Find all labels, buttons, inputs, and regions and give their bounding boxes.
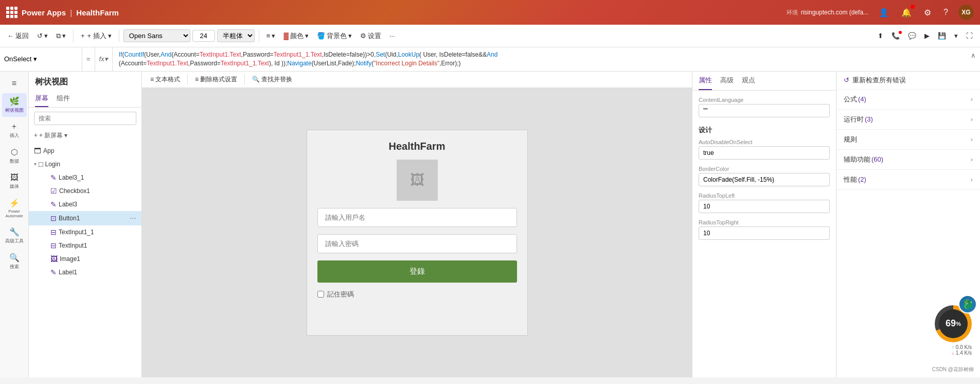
right-panel-accessibility[interactable]: 辅助功能 (60) ›: [836, 150, 980, 170]
env-name: risinguptech.com (defa...: [801, 9, 868, 16]
tree-tab-component[interactable]: 组件: [57, 91, 70, 107]
align-button[interactable]: ≡ ▾: [263, 30, 279, 42]
tree-item-textinput1[interactable]: ⊟ TextInput1: [29, 239, 141, 252]
tree-item-textinput1_1[interactable]: ⊟ TextInput1_1: [29, 225, 141, 239]
canvas-area: ≡ 文本格式 ≡ 删除格式设置 🔍 查找并替换 HealthFarm 🖼: [142, 72, 692, 377]
tree-item-login[interactable]: ▾ □ Login: [29, 158, 141, 171]
clear-format-btn[interactable]: ≡ 删除格式设置: [191, 74, 241, 85]
tree-item-label1[interactable]: ✎ Label1: [29, 266, 141, 279]
font-size-input[interactable]: [192, 30, 215, 42]
sidebar-item-insert[interactable]: + 插入: [2, 119, 27, 142]
data-icon: ⬡: [11, 147, 18, 157]
radius-topleft-input[interactable]: [699, 200, 830, 213]
project-name: HealthFarm: [76, 8, 119, 17]
format-tab-properties[interactable]: 属性: [699, 72, 712, 90]
fullscreen-button[interactable]: ⛶: [963, 30, 976, 42]
color-button[interactable]: ▓ 颜色 ▾: [280, 29, 311, 43]
right-panel-formula[interactable]: 公式 (4) ›: [836, 90, 980, 110]
share-button[interactable]: ⬆: [875, 30, 886, 42]
format-tab-advanced[interactable]: 高级: [720, 72, 734, 90]
more-button[interactable]: ···: [386, 30, 398, 42]
csdn-watermark: CSDN @花辞树柳: [836, 364, 980, 377]
image1-icon: 🖼: [50, 255, 58, 263]
recheck-label: 重新检查所有错误: [852, 76, 906, 85]
divider-tf-2: [244, 74, 245, 84]
content-language-input[interactable]: [699, 104, 830, 117]
recheck-header[interactable]: ↺ 重新检查所有错误: [836, 72, 980, 90]
sidebar-item-advanced[interactable]: 🔧 高级工具: [2, 224, 27, 248]
tree-search-input[interactable]: [34, 112, 136, 125]
sidebar-item-data[interactable]: ⬡ 数据: [2, 144, 27, 168]
font-style-selector[interactable]: 半粗体: [217, 29, 255, 42]
rules-label: 规则: [844, 135, 857, 144]
tree-item-checkbox1[interactable]: ☑ Checkbox1: [29, 184, 141, 198]
formula-collapse-btn[interactable]: ∧: [967, 47, 980, 71]
border-color-input[interactable]: [699, 173, 830, 186]
tree-tab-screen[interactable]: 屏幕: [35, 91, 48, 107]
tree-item-label3_1[interactable]: ✎ Label3_1: [29, 171, 141, 184]
tree-item-image1[interactable]: 🖼 Image1: [29, 252, 141, 266]
label3-icon: ✎: [50, 200, 57, 208]
rules-chevron: ›: [971, 135, 973, 143]
password-input[interactable]: [317, 234, 517, 253]
radius-topright-input[interactable]: [699, 226, 830, 240]
tree-item-app[interactable]: 🗖 App: [29, 144, 141, 158]
avatar[interactable]: XG: [958, 5, 974, 20]
plus-screen-icon: +: [34, 132, 38, 139]
formula-content[interactable]: If(CountIf(User,And(Account=TextInput1.T…: [113, 47, 967, 71]
button1-more[interactable]: ···: [130, 214, 136, 223]
copy-icon: ⧉: [56, 32, 61, 40]
text-format-icon: ≡: [150, 76, 154, 83]
sidebar-item-tree[interactable]: 🌿 树状视图: [2, 93, 27, 117]
tree-item-button1[interactable]: ⊡ Button1 ···: [29, 211, 141, 225]
sidebar-label-tree: 树状视图: [5, 107, 24, 114]
content-language-label: ContentLanguage: [699, 95, 830, 104]
right-panel-performance[interactable]: 性能 (2) ›: [836, 170, 980, 190]
auto-disable-input[interactable]: [699, 146, 830, 160]
right-panel-runtime[interactable]: 运行时 (3) ›: [836, 110, 980, 130]
formula-bar: OnSelect ▾ = fx ▾ If(CountIf(User,And(Ac…: [0, 47, 980, 72]
format-tab-view[interactable]: 观点: [742, 72, 755, 90]
settings-button[interactable]: ⚙ 设置: [357, 29, 384, 43]
canvas-viewport: HealthFarm 🖼 登錄 記住密碼: [142, 88, 692, 377]
text-format-btn[interactable]: ≡ 文本格式: [146, 74, 184, 85]
remember-checkbox[interactable]: [317, 291, 324, 298]
find-replace-btn[interactable]: 🔍 查找并替换: [248, 74, 296, 85]
login-button[interactable]: 登錄: [317, 260, 517, 283]
right-panel-rules[interactable]: 规则 ›: [836, 130, 980, 150]
font-selector[interactable]: Open Sans: [123, 29, 190, 42]
add-screen-btn[interactable]: + + 新屏幕 ▾: [34, 131, 67, 140]
radius-topleft-label: RadiusTopLeft: [699, 190, 830, 200]
tree-item-label3[interactable]: ✎ Label3: [29, 198, 141, 211]
gear-icon[interactable]: ⚙: [922, 6, 933, 20]
chevron-down-toolbar: ▾: [954, 32, 958, 40]
app-name: Power Apps: [22, 8, 66, 17]
undo-button[interactable]: ↺ ▾: [34, 30, 51, 42]
sidebar-item-search[interactable]: 🔍 搜索: [2, 250, 27, 273]
copy-button[interactable]: ⧉ ▾: [53, 30, 69, 42]
insert-button[interactable]: + + 插入 ▾: [78, 29, 115, 43]
save-button[interactable]: 💾: [935, 30, 949, 42]
username-input[interactable]: [317, 208, 517, 227]
back-button[interactable]: ← 返回: [4, 29, 32, 43]
settings-icon: ⚙: [360, 32, 366, 40]
help-icon[interactable]: ?: [941, 6, 950, 19]
bg-color-button[interactable]: 🪣 背景色 ▾: [314, 29, 355, 43]
formula-selector[interactable]: OnSelect ▾: [0, 47, 82, 71]
play-button[interactable]: ▶: [921, 30, 933, 42]
sidebar-item-menu[interactable]: ≡: [2, 76, 27, 91]
chevron-toolbar[interactable]: ▾: [951, 30, 961, 42]
person-icon[interactable]: 👤: [877, 6, 891, 20]
sidebar-item-media[interactable]: 🖼 媒体: [2, 170, 27, 193]
label1-icon: ✎: [50, 268, 57, 276]
color-icon: ▓: [283, 32, 288, 40]
comment-button[interactable]: 💬: [905, 30, 919, 42]
sidebar-item-automate[interactable]: ⚡ Power Automate: [2, 195, 27, 222]
ellipsis-icon: ···: [389, 32, 395, 40]
bell-icon[interactable]: 🔔: [899, 6, 914, 20]
comment-icon: 💬: [908, 32, 916, 40]
grid-icon[interactable]: [6, 7, 17, 18]
call-button[interactable]: 📞: [888, 30, 903, 42]
left-sidebar: ≡ 🌿 树状视图 + 插入 ⬡ 数据 🖼 媒体 ⚡ Power Automate…: [0, 72, 29, 377]
formula-fx-btn[interactable]: fx ▾: [95, 47, 113, 71]
